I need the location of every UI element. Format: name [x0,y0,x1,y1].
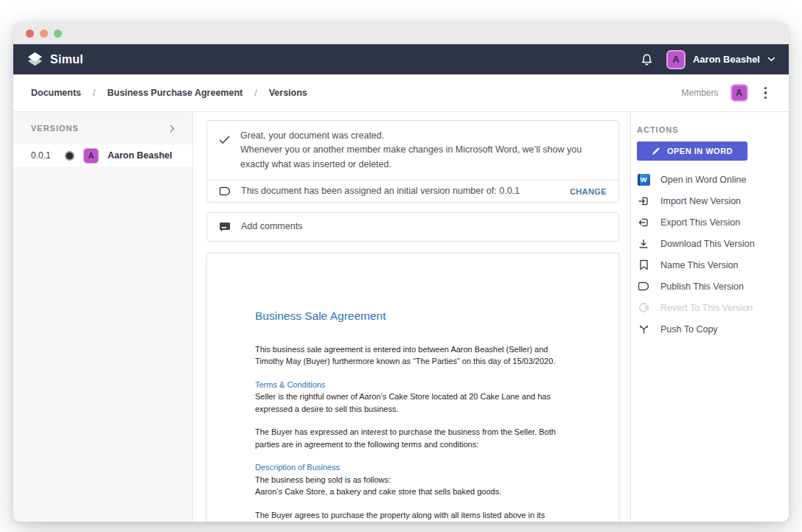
maximize-window-icon[interactable] [54,29,62,38]
version-number: 0.0.1 [31,150,56,161]
open-in-word-button[interactable]: OPEN IN WORD [637,141,747,161]
import-icon [637,195,650,207]
user-name: Aaron Beashel [693,54,760,65]
created-notice-line1: Great, your document was created. [240,129,607,143]
tag-icon [637,281,650,291]
window-chrome-bar [13,22,789,44]
version-list-item[interactable]: 0.0.1 A Aaron Beashel [13,144,192,167]
document-created-card: Great, your document was created. Whenev… [206,120,619,203]
action-revert-to-this-version: Revert To This Version [637,297,789,318]
created-notice-line2: Whenever you or another member make chan… [240,143,607,172]
word-logo-icon: W [637,174,650,186]
versions-panel-title: VERSIONS [31,124,79,133]
download-icon [637,238,650,250]
export-icon [637,217,650,228]
simul-logo-icon [27,51,43,68]
action-publish-this-version[interactable]: Publish This Version [637,276,789,297]
brand-name: Simul [50,53,83,66]
action-import-new-version[interactable]: Import New Version [637,190,789,211]
user-menu[interactable]: A Aaron Beashel [666,50,775,69]
action-download-this-version[interactable]: Download This Version [637,233,789,254]
document-paragraph: This business sale agreement is entered … [255,343,565,368]
document-paragraph: The Buyer agrees to purchase the propert… [255,509,565,522]
document-line: Aaron’s Cake Store, a bakery and cake st… [255,486,565,498]
breadcrumb-documents[interactable]: Documents [31,88,81,98]
versions-sidebar: VERSIONS 0.0.1 A Aaron Beashel [13,112,193,522]
branch-icon [637,323,650,335]
breadcrumb-separator: / [254,88,257,98]
chevron-down-icon[interactable] [767,57,775,62]
top-navbar: Simul A Aaron Beashel [13,44,789,74]
breadcrumb: Documents / Business Purchase Agreement … [31,88,307,98]
breadcrumb-separator: / [93,88,95,98]
kebab-menu-icon[interactable] [760,84,772,102]
comment-icon [219,222,231,232]
breadcrumb-bar: Documents / Business Purchase Agreement … [13,74,789,112]
actions-panel: ACTIONS OPEN IN WORD W Open in Word Onli… [630,112,789,522]
action-name-this-version[interactable]: Name This Version [637,254,789,276]
minimize-window-icon[interactable] [40,29,48,38]
notifications-bell-icon[interactable] [641,53,653,66]
version-assigned-text: This document has been assigned an initi… [241,186,520,197]
add-comments-card[interactable]: Add comments [206,212,619,241]
open-in-word-label: OPEN IN WORD [667,147,733,155]
action-export-this-version[interactable]: Export This Version [637,211,789,233]
member-avatar[interactable]: A [730,84,748,102]
revert-icon [637,302,650,313]
version-author-name: Aaron Beashel [108,150,172,161]
members-label: Members [681,88,718,98]
breadcrumb-document-title[interactable]: Business Purchase Agreement [108,88,243,98]
action-push-to-copy[interactable]: Push To Copy [637,318,789,340]
document-title: Business Sale Agreement [255,309,565,323]
brand[interactable]: Simul [27,51,83,68]
action-open-in-word-online[interactable]: W Open in Word Online [637,169,789,190]
document-heading: Description of Business [255,461,565,474]
document-paragraph: Seller is the rightful owner of Aaron’s … [255,391,565,415]
pencil-icon [652,147,660,155]
add-comments-input[interactable]: Add comments [241,220,302,234]
document-preview-page: Business Sale Agreement This business sa… [206,253,619,522]
version-tag-icon [219,186,231,196]
document-paragraph: The Buyer has expressed an interest to p… [255,426,565,450]
document-line: The business being sold is as follows: [255,474,565,486]
version-status-icon [65,151,74,161]
versions-panel-header: VERSIONS [13,112,192,144]
document-heading: Terms & Conditions [255,379,565,391]
actions-panel-title: ACTIONS [637,125,789,134]
main-content: Great, your document was created. Whenev… [193,112,630,522]
user-avatar[interactable]: A [666,50,686,69]
close-window-icon[interactable] [26,29,34,38]
breadcrumb-versions: Versions [269,88,307,98]
check-icon [219,136,230,144]
bookmark-icon [637,259,650,270]
app-window: Simul A Aaron Beashel Documents / Busin [13,22,789,522]
collapse-panel-chevron-icon[interactable] [170,125,175,133]
version-author-avatar: A [83,148,99,164]
change-version-link[interactable]: CHANGE [570,187,607,196]
